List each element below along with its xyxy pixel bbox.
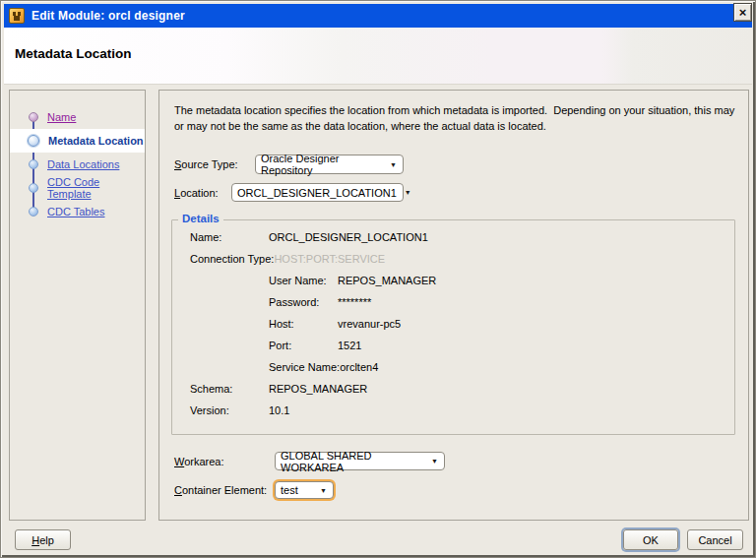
location-label: Location: [174,187,219,199]
cancel-button-label: Cancel [698,534,731,546]
close-icon: × [739,6,747,19]
detail-row-schema: Schema: REPOS_MANAGER [172,378,734,400]
sidebar-item-label: Data Locations [47,158,119,170]
source-type-label: Source Type: [174,158,238,170]
wizard-nav-panel: Name Metadata Location Data Locations CD… [9,90,146,521]
step-indicator-icon [28,135,39,147]
chevron-down-icon: ▼ [397,189,411,196]
step-indicator-icon [29,159,38,169]
workarea-dropdown[interactable]: GLOBAL SHARED WORKAREA ▼ [275,452,445,470]
page-title: Metadata Location [15,46,132,61]
detail-row-service-name: Service Name: orclten4 [172,356,734,378]
step-indicator-icon [29,112,38,122]
container-element-value: test [281,484,298,496]
workarea-value: GLOBAL SHARED WORKAREA [281,450,423,473]
step-indicator-icon [29,207,38,217]
container-element-row: Container Element: test ▼ [174,481,733,499]
window-title: Edit Module: orcl designer [32,9,185,23]
sidebar-item-metadata-location[interactable]: Metadata Location [10,129,145,153]
detail-row-connection-type: Connection Type: HOST:PORT:SERVICE [172,248,734,270]
metadata-location-panel: The metadata location specifies the loca… [158,90,749,521]
container-element-label: Container Element: [174,484,267,496]
ok-button-label: OK [643,534,659,546]
source-type-value: Oracle Designer Repository [261,153,382,176]
source-type-dropdown[interactable]: Oracle Designer Repository ▼ [255,155,404,174]
help-button[interactable]: Help [15,529,71,550]
sidebar-item-name[interactable]: Name [10,105,145,129]
details-group-box: Details Name: ORCL_DESIGNER_LOCATION1 Co… [171,219,735,435]
sidebar-item-cdc-code-template[interactable]: CDC Code Template [10,176,145,200]
detail-row-name: Name: ORCL_DESIGNER_LOCATION1 [172,226,734,248]
workarea-label: Workarea: [174,456,224,467]
detail-row-port: Port: 1521 [172,335,734,356]
sidebar-item-label: Metadata Location [48,135,144,147]
location-row: Location: ORCL_DESIGNER_LOCATION1 ▼ [174,183,733,202]
detail-row-version: Version: 10.1 [172,400,734,421]
description-text: The metadata location specifies the loca… [174,102,747,134]
app-icon [9,8,25,24]
location-value: ORCL_DESIGNER_LOCATION1 [237,187,397,199]
chevron-down-icon: ▼ [382,161,397,168]
ok-button[interactable]: OK [623,529,678,550]
step-indicator-icon [29,183,38,193]
detail-row-user-name: User Name: REPOS_MANAGER [172,270,734,291]
container-element-dropdown[interactable]: test ▼ [275,481,334,499]
page-header: Metadata Location [4,28,752,85]
location-dropdown[interactable]: ORCL_DESIGNER_LOCATION1 ▼ [231,183,404,202]
detail-row-password: Password: ******** [172,291,734,313]
help-button-label: Help [32,534,54,546]
edit-module-dialog: Edit Module: orcl designer × Metadata Lo… [0,0,756,558]
details-group-title: Details [178,213,223,224]
sidebar-item-label: Name [47,111,76,123]
source-type-row: Source Type: Oracle Designer Repository … [174,155,733,174]
chevron-down-icon: ▼ [423,458,438,465]
title-bar: Edit Module: orcl designer [4,4,752,28]
chevron-down-icon: ▼ [312,487,327,494]
sidebar-item-data-locations[interactable]: Data Locations [10,153,145,176]
sidebar-item-label: CDC Tables [47,206,105,217]
cancel-button[interactable]: Cancel [687,529,743,550]
close-button[interactable]: × [733,3,752,22]
detail-row-host: Host: vrevanur-pc5 [172,313,734,335]
sidebar-item-label: CDC Code Template [47,176,145,200]
workarea-row: Workarea: GLOBAL SHARED WORKAREA ▼ [174,452,733,470]
sidebar-item-cdc-tables[interactable]: CDC Tables [10,200,145,223]
